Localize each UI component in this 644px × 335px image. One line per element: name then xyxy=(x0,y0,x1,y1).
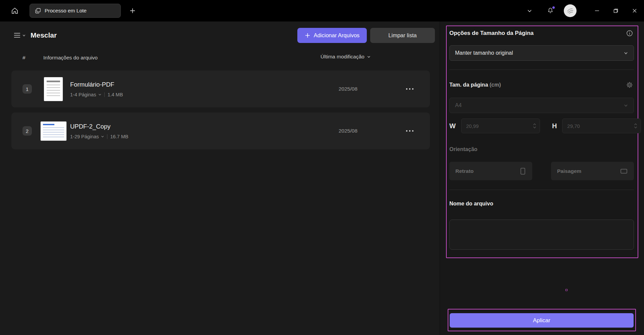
chevron-down-icon xyxy=(527,8,533,14)
clear-list-button[interactable]: Limpar lista xyxy=(370,28,435,43)
file-list: 1 Formulário-PDF 1-4 Páginas 1.4 MB 2025… xyxy=(11,70,430,154)
more-options-button[interactable] xyxy=(403,82,416,96)
portrait-button[interactable]: Retrato xyxy=(449,162,532,180)
ellipsis-icon xyxy=(406,88,414,90)
clear-list-label: Limpar lista xyxy=(388,32,416,39)
width-input[interactable] xyxy=(461,118,540,133)
chevron-down-icon xyxy=(624,51,628,55)
width-label: W xyxy=(449,122,456,130)
new-tab-button[interactable] xyxy=(127,5,138,16)
plus-icon xyxy=(305,33,310,38)
list-header: # Informações do arquivo Última modifica… xyxy=(0,54,440,62)
column-file-info: Informações do arquivo xyxy=(43,55,98,61)
page-range-dropdown[interactable]: 1-29 Páginas xyxy=(70,134,104,139)
file-index-badge: 1 xyxy=(22,84,32,94)
file-meta: 1-29 Páginas 16.7 MB xyxy=(70,134,128,139)
orientation-label: Orientação xyxy=(449,146,478,152)
home-icon xyxy=(11,7,19,15)
landscape-page-icon xyxy=(620,168,628,175)
height-input[interactable] xyxy=(562,118,641,133)
meta-divider xyxy=(107,134,107,139)
paper-format-value: A4 xyxy=(455,102,462,108)
file-name: Formulário-PDF xyxy=(70,81,123,88)
info-icon xyxy=(626,30,633,37)
file-row[interactable]: 2 UPDF-2_Copy 1-29 Páginas 16.7 MB 2025/… xyxy=(11,112,430,149)
page-size-settings-button[interactable] xyxy=(625,81,634,89)
filename-label: Nome do arquivo xyxy=(449,201,493,207)
page-range-label: 1-4 Páginas xyxy=(70,92,96,97)
tab-label: Processo em Lote xyxy=(45,8,87,14)
stepper-icon[interactable] xyxy=(533,123,536,129)
stepper-down-icon[interactable] xyxy=(533,126,536,129)
thumbnail-wrapper xyxy=(37,122,70,141)
chevron-down-icon xyxy=(98,93,102,96)
filename-input[interactable] xyxy=(449,220,634,250)
chevron-down-icon xyxy=(624,103,628,108)
height-value-field[interactable] xyxy=(567,123,634,129)
stepper-up-icon[interactable] xyxy=(533,123,536,126)
column-last-modified-label: Última modificação xyxy=(320,54,364,60)
file-size: 16.7 MB xyxy=(110,134,128,139)
portrait-page-icon xyxy=(519,168,526,175)
apply-button[interactable]: Aplicar xyxy=(450,313,634,328)
sort-chevron-icon xyxy=(367,55,371,59)
stepper-icon[interactable] xyxy=(634,123,637,129)
notification-dot xyxy=(552,6,555,9)
meta-divider xyxy=(104,92,105,97)
page-dimensions-row: W H xyxy=(449,118,633,134)
landscape-label: Paisagem xyxy=(557,168,581,174)
page-size-label-group: Tam. da página (cm) xyxy=(449,82,501,88)
restore-button[interactable] xyxy=(606,0,625,21)
page-range-dropdown[interactable]: 1-4 Páginas xyxy=(70,92,102,97)
page-size-option-dropdown[interactable]: Manter tamanho original xyxy=(449,45,634,61)
file-name: UPDF-2_Copy xyxy=(70,123,128,130)
tab-processo-em-lote[interactable]: Processo em Lote xyxy=(30,4,121,18)
close-icon xyxy=(632,8,637,13)
titlebar: Processo em Lote xyxy=(0,0,644,21)
panel-title: Opções de Tamanho da Página xyxy=(449,30,534,37)
panel-divider xyxy=(449,69,634,70)
panel-header: Opções de Tamanho da Página xyxy=(449,29,634,38)
file-thumbnail xyxy=(41,122,66,141)
file-size: 1.4 MB xyxy=(107,92,123,97)
stepper-up-icon[interactable] xyxy=(634,123,637,126)
gear-icon xyxy=(626,81,633,89)
close-button[interactable] xyxy=(625,0,644,21)
hamburger-icon xyxy=(14,32,20,38)
page-size-unit: (cm) xyxy=(490,82,501,88)
plus-icon xyxy=(129,7,136,14)
chevron-down-icon xyxy=(22,34,26,37)
settings-panel: Opções de Tamanho da Página Manter taman… xyxy=(440,21,644,335)
file-row[interactable]: 1 Formulário-PDF 1-4 Páginas 1.4 MB 2025… xyxy=(11,70,430,107)
minimize-button[interactable] xyxy=(588,0,606,21)
paper-format-dropdown[interactable]: A4 xyxy=(449,98,634,113)
file-index-badge: 2 xyxy=(22,126,32,136)
page-size-option-value: Manter tamanho original xyxy=(455,50,513,56)
landscape-button[interactable]: Paisagem xyxy=(551,162,634,180)
file-info: UPDF-2_Copy 1-29 Páginas 16.7 MB xyxy=(70,123,128,139)
annotation-dot xyxy=(565,289,567,291)
page-range-label: 1-29 Páginas xyxy=(70,134,99,139)
orientation-buttons: Retrato Paisagem xyxy=(449,162,634,180)
add-files-button[interactable]: Adicionar Arquivos xyxy=(297,28,367,43)
menu-button[interactable] xyxy=(12,29,27,42)
stepper-down-icon[interactable] xyxy=(634,126,637,129)
panel-divider xyxy=(449,190,634,190)
file-index: 1 xyxy=(26,86,29,92)
add-files-label: Adicionar Arquivos xyxy=(314,32,360,39)
minimize-icon xyxy=(594,8,600,13)
home-button[interactable] xyxy=(9,5,21,17)
chevron-down-icon xyxy=(101,135,104,138)
expand-panel-button[interactable] xyxy=(522,3,537,18)
page-size-label-row: Tam. da página (cm) xyxy=(449,81,634,89)
width-value-field[interactable] xyxy=(466,123,533,129)
main-header: Mesclar Adicionar Arquivos Limpar lista xyxy=(0,25,440,45)
column-last-modified-sort[interactable]: Última modificação xyxy=(320,54,371,60)
file-meta: 1-4 Páginas 1.4 MB xyxy=(70,92,123,97)
ellipsis-icon xyxy=(406,130,414,132)
notifications-button[interactable] xyxy=(543,3,558,18)
avatar[interactable] xyxy=(564,4,577,17)
more-options-button[interactable] xyxy=(403,124,416,138)
info-button[interactable] xyxy=(625,29,634,38)
batch-process-icon xyxy=(35,8,41,14)
